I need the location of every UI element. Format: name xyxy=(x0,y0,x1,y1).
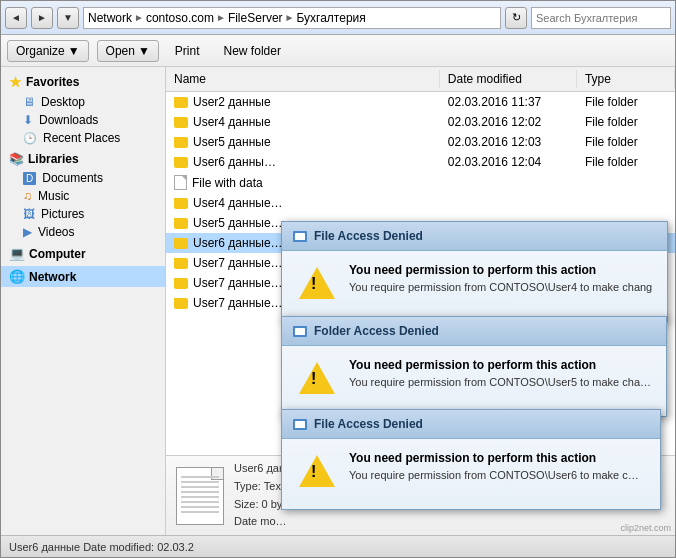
open-arrow: ▼ xyxy=(138,44,150,58)
main-window: ◄ ► ▼ Network ► contoso.com ► FileServer… xyxy=(0,0,676,558)
file-name-cell: User2 данные xyxy=(166,93,440,111)
organize-arrow: ▼ xyxy=(68,44,80,58)
folder-icon xyxy=(174,218,188,229)
table-row[interactable]: User6 данны…02.03.2016 12:04File folder xyxy=(166,152,675,172)
table-row[interactable]: User4 данные… xyxy=(166,193,675,213)
downloads-icon: ⬇ xyxy=(23,113,33,127)
watermark: clip2net.com xyxy=(620,523,671,533)
sidebar: ★ Favorites 🖥 Desktop ⬇ Downloads 🕒 Rece… xyxy=(1,67,166,535)
preview-line xyxy=(181,501,219,503)
dialog-title-bar: File Access Denied xyxy=(282,222,667,251)
organize-label: Organize xyxy=(16,44,65,58)
path-fileserver[interactable]: FileServer xyxy=(228,11,283,25)
table-row[interactable]: User4 данные02.03.2016 12:02File folder xyxy=(166,112,675,132)
preview-line xyxy=(181,491,219,493)
col-name[interactable]: Name xyxy=(166,70,440,88)
file-name: User4 данные xyxy=(193,115,271,129)
file-date: 02.03.2016 12:02 xyxy=(440,113,577,131)
libraries-label: Libraries xyxy=(28,152,79,166)
network-group: 🌐 Network xyxy=(1,266,165,287)
file-name-cell: User6 данны… xyxy=(166,153,440,171)
dialog-title-bar: Folder Access Denied xyxy=(282,317,666,346)
file-date xyxy=(440,181,577,185)
favorites-header[interactable]: ★ Favorites xyxy=(1,71,165,93)
dialog-body: You need permission to perform this acti… xyxy=(282,251,667,321)
dialog-row: You need permission to perform this acti… xyxy=(297,263,652,303)
file-name: User7 данные… xyxy=(193,296,283,310)
preview-line xyxy=(181,496,219,498)
warning-icon xyxy=(297,358,337,398)
open-button[interactable]: Open ▼ xyxy=(97,40,159,62)
forward-button[interactable]: ► xyxy=(31,7,53,29)
dialog-text-group: You need permission to perform this acti… xyxy=(349,451,645,481)
file-date: 02.03.2016 12:03 xyxy=(440,133,577,151)
path-folder[interactable]: Бухгалтерия xyxy=(296,11,365,25)
folder-icon xyxy=(174,137,188,148)
computer-header[interactable]: 💻 Computer xyxy=(1,243,165,264)
folder-icon xyxy=(174,298,188,309)
path-contoso[interactable]: contoso.com xyxy=(146,11,214,25)
sidebar-item-pictures[interactable]: 🖼 Pictures xyxy=(1,205,165,223)
dialog-dialog3: File Access Denied You need permission t… xyxy=(281,409,661,510)
sidebar-item-desktop[interactable]: 🖥 Desktop xyxy=(1,93,165,111)
address-path[interactable]: Network ► contoso.com ► FileServer ► Бух… xyxy=(83,7,501,29)
sidebar-item-documents[interactable]: D Documents xyxy=(1,169,165,187)
table-row[interactable]: User2 данные02.03.2016 11:37File folder xyxy=(166,92,675,112)
col-type[interactable]: Type xyxy=(577,70,675,88)
sidebar-item-downloads[interactable]: ⬇ Downloads xyxy=(1,111,165,129)
col-date[interactable]: Date modified xyxy=(440,70,577,88)
organize-button[interactable]: Organize ▼ xyxy=(7,40,89,62)
warning-triangle xyxy=(299,362,335,394)
preview-line xyxy=(181,481,219,483)
dialog-title-bar: File Access Denied xyxy=(282,410,660,439)
path-network[interactable]: Network xyxy=(88,11,132,25)
dropdown-button[interactable]: ▼ xyxy=(57,7,79,29)
pictures-icon: 🖼 xyxy=(23,207,35,221)
back-button[interactable]: ◄ xyxy=(5,7,27,29)
warning-icon xyxy=(297,451,337,491)
svg-rect-5 xyxy=(295,421,305,428)
dialog-title: Folder Access Denied xyxy=(314,324,439,338)
file-name-cell: User5 данные xyxy=(166,133,440,151)
file-name: User7 данные… xyxy=(193,276,283,290)
dialog-text-group: You need permission to perform this acti… xyxy=(349,263,652,293)
dialog-title-icon xyxy=(292,323,308,339)
dialog-row: You need permission to perform this acti… xyxy=(297,451,645,491)
file-type: File folder xyxy=(577,153,675,171)
file-name: File with data xyxy=(192,176,263,190)
table-row[interactable]: File with data xyxy=(166,172,675,193)
sidebar-item-music[interactable]: ♫ Music xyxy=(1,187,165,205)
pictures-label: Pictures xyxy=(41,207,84,221)
file-list-header: Name Date modified Type xyxy=(166,67,675,92)
file-date: 02.03.2016 11:37 xyxy=(440,93,577,111)
svg-rect-3 xyxy=(295,328,305,335)
sidebar-item-videos[interactable]: ▶ Videos xyxy=(1,223,165,241)
preview-lines xyxy=(181,476,219,516)
table-row[interactable]: User5 данные02.03.2016 12:03File folder xyxy=(166,132,675,152)
doc-icon xyxy=(174,175,187,190)
network-header[interactable]: 🌐 Network xyxy=(1,266,165,287)
libraries-header[interactable]: 📚 Libraries xyxy=(1,149,165,169)
file-name-cell: User4 данные xyxy=(166,113,440,131)
path-sep2: ► xyxy=(216,12,226,23)
folder-icon xyxy=(174,278,188,289)
sidebar-item-recent[interactable]: 🕒 Recent Places xyxy=(1,129,165,147)
file-date: 02.03.2016 12:04 xyxy=(440,153,577,171)
dialog-title: File Access Denied xyxy=(314,229,423,243)
libraries-group: 📚 Libraries D Documents ♫ Music 🖼 Pictur… xyxy=(1,149,165,241)
dialog-text-sub: You require permission from CONTOSO\User… xyxy=(349,376,651,388)
file-name-cell: User4 данные… xyxy=(166,194,440,212)
search-input[interactable] xyxy=(531,7,671,29)
dialog-dialog1: File Access Denied You need permission t… xyxy=(281,221,668,322)
dialog-body: You need permission to perform this acti… xyxy=(282,346,666,416)
folder-icon xyxy=(174,117,188,128)
preview-file-icon xyxy=(176,467,224,525)
print-button[interactable]: Print xyxy=(167,41,208,61)
music-label: Music xyxy=(38,189,69,203)
file-date xyxy=(440,201,577,205)
status-bar: User6 данные Date modified: 02.03.2 xyxy=(1,535,675,557)
refresh-button[interactable]: ↻ xyxy=(505,7,527,29)
dialog-body: You need permission to perform this acti… xyxy=(282,439,660,509)
new-folder-button[interactable]: New folder xyxy=(216,41,289,61)
path-sep1: ► xyxy=(134,12,144,23)
